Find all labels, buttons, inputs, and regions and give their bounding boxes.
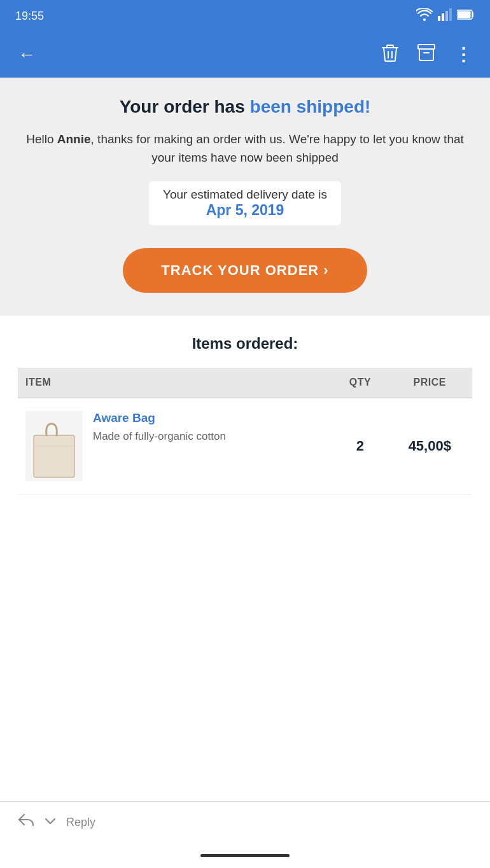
delivery-date: Apr 5, 2019: [163, 202, 327, 219]
item-cell: Aware Bag Made of fully-organic cotton: [18, 398, 333, 494]
status-bar: 19:55: [0, 0, 490, 32]
status-time: 19:55: [15, 10, 44, 23]
signal-icon: [438, 8, 452, 24]
item-image: [25, 411, 83, 481]
delivery-label: Your estimated delivery date is: [163, 188, 327, 202]
svg-rect-6: [418, 45, 435, 49]
track-order-button[interactable]: TRACK YOUR ORDER ›: [123, 248, 367, 293]
svg-rect-1: [442, 13, 444, 21]
delete-icon[interactable]: [382, 43, 398, 66]
header-highlight: been shipped!: [250, 97, 371, 116]
col-qty: QTY: [333, 368, 387, 398]
home-bar: [200, 854, 290, 857]
wifi-icon: [416, 8, 433, 24]
home-indicator: [0, 843, 490, 868]
delivery-date-box: Your estimated delivery date is Apr 5, 2…: [149, 181, 341, 225]
items-title: Items ordered:: [18, 335, 472, 353]
email-header-title: Your order has been shipped!: [18, 97, 472, 117]
archive-icon[interactable]: [417, 44, 435, 66]
reply-dropdown-icon[interactable]: [45, 816, 56, 828]
svg-rect-2: [445, 11, 448, 21]
battery-icon: [457, 10, 475, 23]
item-description: Made of fully-organic cotton: [93, 429, 226, 444]
bottom-bar: Reply: [0, 801, 490, 843]
table-header-row: ITEM QTY PRICE: [18, 368, 472, 398]
col-item: ITEM: [18, 368, 333, 398]
back-button[interactable]: ←: [18, 45, 36, 65]
header-prefix: Your order has: [120, 97, 250, 116]
items-section: Items ordered: ITEM QTY PRICE: [0, 316, 490, 494]
toolbar-actions: ⋮: [382, 43, 472, 66]
reply-label: Reply: [66, 816, 95, 829]
more-icon[interactable]: ⋮: [454, 44, 472, 65]
customer-name: Annie: [57, 132, 91, 146]
status-icons: [416, 8, 475, 24]
item-name: Aware Bag: [93, 411, 226, 425]
toolbar: ← ⋮: [0, 32, 490, 78]
body-suffix: , thanks for making an order with us. We…: [91, 132, 464, 164]
svg-rect-3: [449, 8, 452, 21]
email-body-text: Hello Annie, thanks for making an order …: [18, 130, 472, 167]
item-qty: 2: [333, 398, 387, 494]
svg-rect-5: [458, 11, 471, 18]
table-row: Aware Bag Made of fully-organic cotton 2…: [18, 398, 472, 494]
reply-back-icon[interactable]: [18, 813, 34, 831]
body-prefix: Hello: [26, 132, 57, 146]
svg-rect-7: [34, 435, 74, 477]
email-container: Your order has been shipped! Hello Annie…: [0, 78, 490, 316]
svg-rect-0: [438, 16, 440, 21]
item-price: 45,00$: [388, 398, 472, 494]
order-table: ITEM QTY PRICE: [18, 368, 472, 494]
col-price: PRICE: [388, 368, 472, 398]
item-details: Aware Bag Made of fully-organic cotton: [93, 411, 226, 444]
